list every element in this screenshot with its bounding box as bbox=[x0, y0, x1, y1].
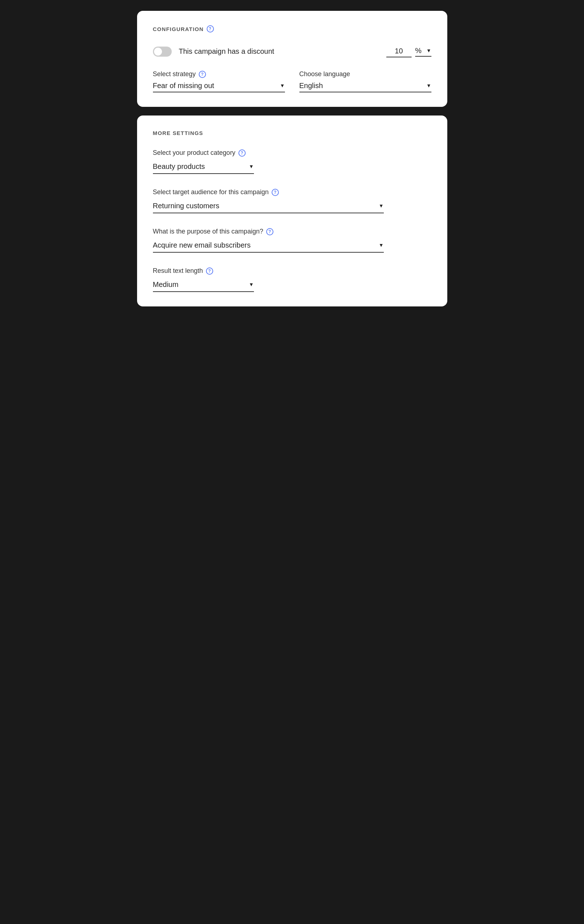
configuration-title-row: CONFIGURATION ? bbox=[153, 25, 431, 33]
language-label-row: Choose language bbox=[299, 70, 431, 78]
strategy-label: Select strategy bbox=[153, 70, 196, 78]
result-text-length-chevron: ▼ bbox=[249, 282, 254, 287]
target-audience-label: Select target audience for this campaign bbox=[153, 188, 269, 196]
campaign-purpose-chevron: ▼ bbox=[379, 242, 384, 248]
product-category-label: Select your product category bbox=[153, 149, 235, 157]
campaign-purpose-label: What is the purpose of this campaign? bbox=[153, 228, 263, 235]
more-settings-card: MORE SETTINGS Select your product catego… bbox=[137, 116, 447, 307]
language-field-group: Choose language English Spanish French G… bbox=[299, 70, 431, 92]
result-text-length-select[interactable]: Short Medium Long bbox=[153, 280, 249, 289]
strategy-field-group: Select strategy ? Fear of missing out Ur… bbox=[153, 70, 285, 92]
language-chevron: ▼ bbox=[426, 82, 431, 88]
language-select-wrapper[interactable]: English Spanish French German ▼ bbox=[299, 82, 431, 92]
strategy-label-row: Select strategy ? bbox=[153, 70, 285, 78]
campaign-purpose-help-icon[interactable]: ? bbox=[266, 228, 273, 235]
strategy-chevron: ▼ bbox=[280, 82, 285, 88]
result-text-length-field: Result text length ? Short Medium Long ▼ bbox=[153, 267, 431, 292]
target-audience-label-row: Select target audience for this campaign… bbox=[153, 188, 431, 196]
discount-toggle-row: This campaign has a discount % $ flat ▼ bbox=[153, 46, 431, 58]
discount-controls: % $ flat ▼ bbox=[386, 46, 431, 58]
more-settings-title-row: MORE SETTINGS bbox=[153, 130, 431, 136]
discount-unit-select[interactable]: % $ flat bbox=[415, 46, 426, 54]
configuration-card: CONFIGURATION ? This campaign has a disc… bbox=[137, 11, 447, 107]
language-select[interactable]: English Spanish French German bbox=[299, 82, 426, 89]
result-text-length-select-wrapper[interactable]: Short Medium Long ▼ bbox=[153, 280, 254, 292]
product-category-label-row: Select your product category ? bbox=[153, 149, 431, 157]
configuration-help-icon[interactable]: ? bbox=[207, 25, 214, 33]
campaign-purpose-select-wrapper[interactable]: Acquire new email subscribers Increase s… bbox=[153, 241, 384, 252]
strategy-select[interactable]: Fear of missing out Urgency Social proof… bbox=[153, 82, 280, 89]
discount-toggle[interactable] bbox=[153, 46, 172, 57]
product-category-chevron: ▼ bbox=[249, 163, 254, 169]
campaign-purpose-field: What is the purpose of this campaign? ? … bbox=[153, 228, 431, 252]
result-text-length-help-icon[interactable]: ? bbox=[206, 267, 213, 275]
more-settings-title: MORE SETTINGS bbox=[153, 130, 204, 136]
strategy-help-icon[interactable]: ? bbox=[199, 71, 206, 78]
target-audience-chevron: ▼ bbox=[379, 203, 384, 209]
product-category-help-icon[interactable]: ? bbox=[239, 149, 246, 157]
campaign-purpose-label-row: What is the purpose of this campaign? ? bbox=[153, 228, 431, 235]
target-audience-field: Select target audience for this campaign… bbox=[153, 188, 431, 213]
discount-value-input[interactable] bbox=[386, 46, 411, 58]
product-category-field: Select your product category ? Beauty pr… bbox=[153, 149, 431, 174]
product-category-select-wrapper[interactable]: Beauty products Electronics Clothing Foo… bbox=[153, 162, 254, 174]
strategy-select-wrapper[interactable]: Fear of missing out Urgency Social proof… bbox=[153, 82, 285, 92]
result-text-length-label: Result text length bbox=[153, 267, 203, 275]
toggle-slider bbox=[153, 46, 172, 57]
target-audience-help-icon[interactable]: ? bbox=[271, 189, 279, 196]
campaign-purpose-select[interactable]: Acquire new email subscribers Increase s… bbox=[153, 241, 379, 249]
discount-unit-wrapper: % $ flat ▼ bbox=[415, 46, 431, 57]
language-label: Choose language bbox=[299, 70, 350, 78]
result-text-length-label-row: Result text length ? bbox=[153, 267, 431, 275]
discount-toggle-label: This campaign has a discount bbox=[179, 47, 275, 56]
strategy-language-row: Select strategy ? Fear of missing out Ur… bbox=[153, 70, 431, 92]
target-audience-select[interactable]: Returning customers New customers All cu… bbox=[153, 202, 379, 210]
configuration-title: CONFIGURATION bbox=[153, 26, 204, 32]
discount-unit-chevron: ▼ bbox=[426, 48, 431, 53]
target-audience-select-wrapper[interactable]: Returning customers New customers All cu… bbox=[153, 202, 384, 213]
product-category-select[interactable]: Beauty products Electronics Clothing Foo… bbox=[153, 162, 249, 170]
